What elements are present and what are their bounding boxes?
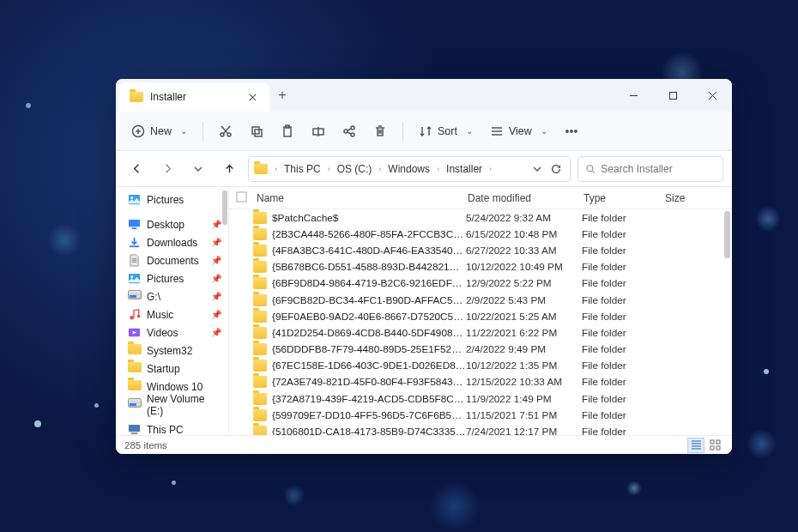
file-row[interactable]: {599709E7-DD10-4FF5-96D5-7C6F6B5F62C0}11… — [229, 407, 732, 423]
dropdown-button[interactable] — [529, 157, 546, 181]
sidebar-item[interactable]: Startup — [116, 360, 228, 378]
recent-button[interactable] — [186, 157, 210, 181]
column-header[interactable]: Name Date modified Type Size — [229, 187, 732, 209]
sidebar-item[interactable]: Pictures📌 — [116, 269, 228, 287]
sidebar[interactable]: PicturesDesktop📌Downloads📌Documents📌Pict… — [116, 187, 229, 435]
svg-point-3 — [227, 133, 231, 136]
search-input[interactable] — [601, 163, 716, 175]
sidebar-item[interactable]: This PC — [116, 420, 228, 435]
chevron-right-icon[interactable]: › — [377, 165, 383, 173]
icons-view-button[interactable] — [706, 438, 723, 453]
delete-button[interactable] — [366, 118, 394, 144]
folder-icon — [253, 327, 267, 339]
refresh-button[interactable] — [547, 157, 565, 181]
window-tab[interactable]: Installer — [119, 82, 269, 112]
forward-button[interactable] — [155, 157, 179, 181]
rename-button[interactable] — [305, 118, 332, 144]
svg-point-15 — [587, 165, 593, 171]
pin-icon: 📌 — [211, 256, 221, 265]
file-date: 10/22/2021 5:25 AM — [466, 311, 582, 323]
close-button[interactable] — [692, 79, 732, 112]
folder-icon — [253, 311, 267, 323]
chevron-right-icon[interactable]: › — [435, 165, 441, 173]
sidebar-item[interactable]: Pictures — [116, 190, 228, 209]
sidebar-item[interactable]: Downloads📌 — [116, 233, 228, 251]
paste-button[interactable] — [274, 118, 301, 144]
cut-button[interactable] — [212, 118, 239, 144]
file-rows[interactable]: $PatchCache$5/24/2022 9:32 AMFile folder… — [229, 209, 732, 435]
file-date: 12/9/2022 5:22 PM — [466, 277, 582, 289]
file-row[interactable]: {72A3E749-821D-45F0-80F4-F93F5843FA5C}12… — [229, 374, 732, 390]
file-date: 11/9/2022 1:49 PM — [466, 393, 582, 405]
file-row[interactable]: $PatchCache$5/24/2022 9:32 AMFile folder — [229, 209, 732, 226]
file-date: 12/15/2022 10:33 AM — [466, 376, 582, 388]
scrollbar[interactable] — [724, 211, 730, 258]
new-tab-button[interactable]: + — [269, 79, 295, 112]
column-size[interactable]: Size — [665, 192, 716, 204]
file-row[interactable]: {2B3CA448-5266-480F-85FA-2FCCB3C8712C}6/… — [229, 226, 732, 242]
copy-button[interactable] — [243, 118, 270, 144]
sidebar-item-label: New Volume (E:) — [147, 393, 221, 417]
titlebar[interactable]: Installer + — [116, 79, 732, 112]
file-row[interactable]: {4F8A3BC3-641C-480D-AF46-EA3354016EA7}6/… — [229, 242, 732, 258]
folder-icon — [128, 344, 141, 357]
file-row[interactable]: {6F9CB82D-BC34-4FC1-B90D-AFFAC5C85E7B}2/… — [229, 292, 732, 308]
sidebar-item-label: Windows 10 — [147, 381, 203, 393]
up-button[interactable] — [217, 157, 241, 181]
chevron-right-icon[interactable]: › — [487, 165, 493, 173]
pictures-icon — [128, 193, 141, 206]
column-type[interactable]: Type — [583, 192, 665, 204]
column-date[interactable]: Date modified — [468, 192, 583, 204]
file-date: 5/24/2022 9:32 AM — [466, 212, 582, 224]
maximize-button[interactable] — [653, 79, 692, 112]
sidebar-item[interactable]: Documents📌 — [116, 251, 228, 269]
file-row[interactable]: {67EC158E-1D66-403C-9DE1-D026ED88C94...1… — [229, 358, 732, 374]
address-bar[interactable]: › This PC›OS (C:)›Windows›Installer› — [248, 156, 571, 182]
new-button[interactable]: New ⌄ — [124, 118, 194, 144]
chevron-right-icon[interactable]: › — [273, 165, 279, 173]
details-view-button[interactable] — [687, 438, 704, 453]
file-row[interactable]: {372A8719-439F-4219-ACD5-CDB5F8CD70...11… — [229, 390, 732, 407]
sidebar-item-label: Pictures — [147, 194, 184, 206]
breadcrumb-segment[interactable]: Installer — [443, 161, 486, 177]
more-button[interactable] — [558, 118, 585, 144]
back-button[interactable] — [124, 157, 148, 181]
file-row[interactable]: {41D2D254-D869-4CD8-B440-5DF49083C4...11… — [229, 324, 732, 341]
sidebar-item-label: Documents — [147, 255, 199, 267]
sidebar-item[interactable]: G:\📌 — [116, 287, 228, 305]
file-row[interactable]: {9EF0AEB0-9AD2-40E6-8667-D7520C508941}10… — [229, 308, 732, 324]
disk-icon — [128, 290, 141, 303]
sort-button[interactable]: Sort ⌄ — [412, 118, 480, 144]
file-row[interactable]: {6BF9D8D4-9864-4719-B2C6-9216EDF0402...1… — [229, 275, 732, 292]
breadcrumb-segment[interactable]: Windows — [384, 161, 433, 177]
close-tab-icon[interactable] — [245, 90, 259, 104]
sidebar-item[interactable]: Videos📌 — [116, 323, 228, 342]
folder-icon — [253, 426, 267, 435]
breadcrumb-segment[interactable]: OS (C:) — [334, 161, 376, 177]
sidebar-item[interactable]: New Volume (E:) — [116, 396, 228, 414]
breadcrumb-segment[interactable]: This PC — [281, 161, 324, 177]
file-type: File folder — [582, 212, 663, 224]
column-name[interactable]: Name — [253, 192, 468, 204]
search-box[interactable] — [577, 156, 723, 182]
file-row[interactable]: {5B678BC6-D551-4588-893D-B442821ECD2...1… — [229, 259, 732, 275]
minimize-button[interactable] — [614, 79, 653, 112]
svg-rect-30 — [710, 446, 714, 450]
pin-icon: 📌 — [211, 328, 221, 337]
select-all-checkbox[interactable] — [236, 191, 253, 205]
file-type: File folder — [582, 426, 663, 435]
file-row[interactable]: {56DDDFB8-7F79-4480-89D5-25E1F52AB28F}2/… — [229, 342, 732, 358]
folder-icon — [128, 362, 141, 375]
svg-point-12 — [566, 130, 568, 131]
view-button[interactable]: View ⌄ — [483, 118, 554, 144]
chevron-right-icon[interactable]: › — [326, 165, 332, 173]
sidebar-item[interactable]: System32 — [116, 342, 228, 360]
sidebar-item[interactable]: Desktop📌 — [116, 215, 228, 233]
file-row[interactable]: {5106801D-CA18-4173-85B9-D74C33358F7F}7/… — [229, 423, 732, 435]
share-button[interactable] — [336, 118, 363, 144]
file-date: 2/9/2022 5:43 PM — [466, 294, 582, 306]
svg-rect-25 — [129, 425, 140, 432]
navbar: › This PC›OS (C:)›Windows›Installer› — [116, 151, 732, 187]
sidebar-item[interactable]: Music📌 — [116, 305, 228, 323]
scrollbar[interactable] — [222, 190, 227, 225]
